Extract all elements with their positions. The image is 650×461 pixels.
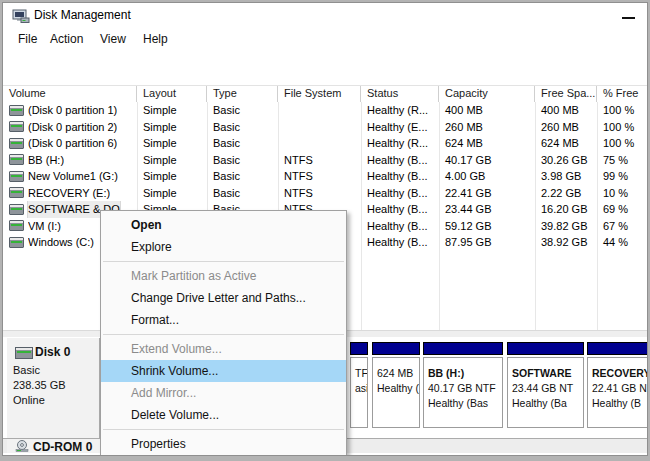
menu-item-format[interactable]: Format... (101, 309, 346, 331)
grid-line (439, 102, 440, 330)
volume-icon (9, 237, 24, 248)
volume-row[interactable]: New Volume1 (G:) Simple Basic NTFS Healt… (3, 168, 647, 185)
menu-view[interactable]: View (100, 32, 126, 46)
volume-row[interactable]: (Disk 0 partition 1) Simple Basic Health… (3, 102, 647, 119)
column-header-volume[interactable]: Volume (3, 86, 137, 102)
grid-line (361, 102, 362, 330)
partition-block-partial[interactable]: TF asi (350, 342, 368, 428)
menu-help[interactable]: Help (143, 32, 168, 46)
disk-icon (15, 347, 33, 359)
partition-color-band (507, 342, 584, 355)
cdrom-name: CD-ROM 0 (33, 440, 92, 453)
menu-item-mark-partition-active: Mark Partition as Active (101, 265, 346, 287)
volume-icon (9, 154, 24, 165)
partition-name: BB (H:) (428, 366, 502, 381)
volume-row[interactable]: (Disk 0 partition 6) Simple Basic Health… (3, 135, 647, 152)
disk0-info-cell[interactable]: Disk 0 Basic 238.35 GB Online (7, 338, 100, 438)
partition-name: SOFTWARE (512, 366, 583, 381)
menu-item-properties[interactable]: Properties (101, 433, 346, 455)
minimize-button[interactable] (622, 12, 635, 25)
volume-name: (Disk 0 partition 6) (28, 135, 117, 152)
partition-block-software[interactable]: SOFTWARE 23.44 GB NT Healthy (Ba (507, 342, 584, 428)
partition-color-band (423, 342, 503, 355)
menu-action[interactable]: Action (50, 32, 83, 46)
volume-icon (9, 171, 24, 182)
column-header-type[interactable]: Type (207, 86, 278, 102)
volume-name: VM (I:) (28, 218, 61, 235)
partition-size: 22.41 GB N (592, 381, 647, 396)
volume-icon (9, 105, 24, 116)
volume-row[interactable]: BB (H:) Simple Basic NTFS Healthy (B... … (3, 152, 647, 169)
partition-size: 23.44 GB NT (512, 381, 583, 396)
cdrom-info-cell[interactable]: CD-ROM 0 (7, 439, 100, 453)
volume-name: New Volume1 (G:) (28, 168, 118, 185)
menu-item-open[interactable]: Open (101, 214, 346, 236)
context-menu: Open Explore Mark Partition as Active Ch… (100, 210, 347, 456)
menu-separator (103, 334, 344, 335)
disk-name: Disk 0 (35, 345, 70, 359)
volume-table-header: Volume Layout Type File System Status Ca… (3, 85, 647, 103)
menu-item-change-drive-letter[interactable]: Change Drive Letter and Paths... (101, 287, 346, 309)
app-icon (12, 9, 30, 23)
grid-line (535, 102, 536, 330)
menu-file[interactable]: File (18, 32, 37, 46)
volume-icon (9, 220, 24, 231)
window-title: Disk Management (34, 8, 131, 22)
disk-size: 238.35 GB (13, 379, 66, 391)
volume-icon (9, 138, 24, 149)
partition-size: 40.17 GB NTF (428, 381, 502, 396)
volume-icon (9, 204, 24, 215)
partition-block-624mb[interactable]: 624 MB Healthy (Re (372, 342, 420, 428)
partition-size: 624 MB (377, 366, 419, 381)
partition-status: Healthy (Bas (428, 396, 502, 411)
menu-item-shrink-volume[interactable]: Shrink Volume... (101, 360, 346, 382)
menu-item-explore[interactable]: Explore (101, 236, 346, 258)
menu-item-extend-volume: Extend Volume... (101, 338, 346, 360)
partition-status: asi (355, 381, 367, 396)
partition-color-band (350, 342, 368, 355)
partition-status: Healthy (B (592, 396, 647, 411)
disk-management-window: Disk Management File Action View Help ? (2, 2, 648, 456)
partition-status: Healthy (Re (377, 381, 419, 396)
column-header-pct-free[interactable]: % Free (597, 86, 645, 102)
volume-icon (9, 121, 24, 132)
menu-item-add-mirror: Add Mirror... (101, 382, 346, 404)
disk-type: Basic (13, 364, 40, 376)
volume-name: (Disk 0 partition 2) (28, 119, 117, 136)
volume-name: Windows (C:) (28, 234, 94, 251)
column-header-capacity[interactable]: Capacity (439, 86, 535, 102)
volume-icon (9, 187, 24, 198)
column-header-file-system[interactable]: File System (278, 86, 361, 102)
cdrom-icon (15, 440, 30, 452)
menu-separator (103, 429, 344, 430)
disk-status: Online (13, 394, 45, 406)
menu-separator (103, 261, 344, 262)
volume-row[interactable]: (Disk 0 partition 2) Simple Basic Health… (3, 119, 647, 136)
column-header-free-space[interactable]: Free Spa... (535, 86, 597, 102)
column-header-status[interactable]: Status (361, 86, 439, 102)
partition-size: TF (355, 366, 367, 381)
partition-name: RECOVERY (592, 366, 647, 381)
grid-line (597, 102, 598, 330)
volume-name: (Disk 0 partition 1) (28, 102, 117, 119)
menu-item-delete-volume[interactable]: Delete Volume... (101, 404, 346, 426)
partition-color-band (587, 342, 647, 355)
menu-bar: File Action View Help (3, 28, 647, 50)
volume-name: BB (H:) (28, 152, 64, 169)
title-bar: Disk Management (3, 3, 647, 28)
partition-status: Healthy (Ba (512, 396, 583, 411)
partition-block-bb[interactable]: BB (H:) 40.17 GB NTF Healthy (Bas (423, 342, 503, 428)
volume-row[interactable]: RECOVERY (E:) Simple Basic NTFS Healthy … (3, 185, 647, 202)
toolbar: ? (3, 50, 647, 86)
partition-block-recovery[interactable]: RECOVERY 22.41 GB N Healthy (B (587, 342, 647, 428)
volume-name: RECOVERY (E:) (28, 185, 110, 202)
column-header-layout[interactable]: Layout (137, 86, 207, 102)
partition-color-band (372, 342, 420, 355)
